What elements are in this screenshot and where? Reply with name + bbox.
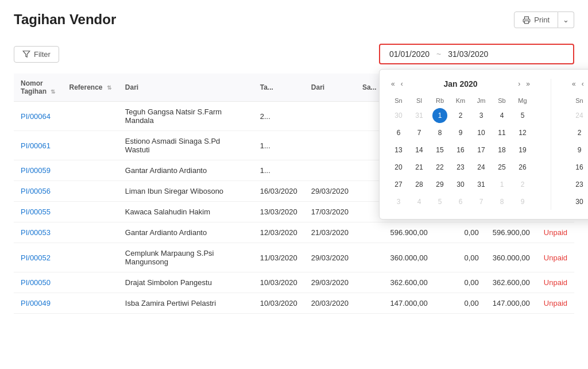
cal-day[interactable]: 30 [574, 194, 585, 210]
cal-day[interactable]: 19 [517, 143, 528, 158]
cal-right-prev-prev-button[interactable]: « [570, 79, 578, 89]
cal-day[interactable]: 2 [519, 177, 527, 193]
dari-cell: Gantar Ardianto Ardianto [118, 160, 253, 181]
cal-day[interactable]: 12 [517, 125, 528, 141]
jumlah-cell: 147.000,00 [384, 293, 435, 314]
cal-day[interactable]: 9 [576, 143, 583, 158]
cal-day[interactable]: 31 [413, 108, 424, 124]
jumlah-cell: 596.900,00 [384, 222, 435, 243]
dari-cell: Drajat Simbolon Pangestu [118, 272, 253, 293]
ta-cell: 10/03/2020 [253, 293, 304, 314]
cal-day[interactable]: 10 [475, 125, 486, 141]
cal-day[interactable]: 31 [475, 177, 486, 193]
calendar-right: « ‹ Mar 2020 › » Sn Sl Rb [570, 79, 588, 210]
col5-cell: 21/03/2020 [304, 222, 355, 243]
cal-day[interactable]: 28 [413, 177, 424, 193]
cal-day[interactable]: 27 [393, 177, 404, 193]
ta-cell: 11/03/2020 [253, 243, 304, 272]
cal-day[interactable]: 21 [413, 160, 424, 175]
date-range-input[interactable]: 01/01/2020 ~ 31/03/2020 [379, 44, 574, 64]
dari-cell: Isba Zamira Pertiwi Pelastri [118, 293, 253, 314]
cal-day-selected[interactable]: 1 [432, 108, 447, 123]
cal-day[interactable]: 4 [416, 194, 423, 210]
cal-day[interactable]: 5 [436, 194, 444, 210]
cal-day[interactable]: 11 [496, 125, 507, 141]
invoice-id[interactable]: PI/00050 [21, 278, 51, 287]
invoice-id[interactable]: PI/00064 [21, 112, 51, 121]
cal-day[interactable]: 15 [434, 143, 445, 158]
col6-cell [355, 272, 384, 293]
cal-right-prev-button[interactable]: ‹ [579, 79, 586, 89]
cal-day[interactable]: 18 [496, 143, 507, 158]
dibayar-cell: 0,00 [435, 243, 486, 272]
sort-icon[interactable]: ⇅ [51, 89, 55, 95]
cal-day[interactable]: 22 [434, 160, 445, 175]
col5-cell: 29/03/2020 [304, 181, 355, 202]
col5-cell: 17/03/2020 [304, 202, 355, 222]
filter-button[interactable]: Filter [14, 46, 59, 63]
table-row: PI/00052 Cemplunk Marpaung S.Psi Manguns… [14, 243, 574, 272]
cal-day[interactable]: 30 [393, 108, 404, 124]
cal-left-prev-prev-button[interactable]: « [389, 79, 397, 89]
cal-day[interactable]: 20 [393, 160, 404, 175]
cal-day[interactable]: 8 [436, 125, 444, 141]
cal-day[interactable]: 23 [455, 160, 466, 175]
cal-day[interactable]: 9 [519, 194, 527, 210]
sort-icon[interactable]: ⇅ [107, 84, 111, 91]
ta-cell: 13/03/2020 [253, 202, 304, 222]
status-cell: Unpaid [537, 222, 574, 243]
cal-day[interactable]: 7 [478, 194, 485, 210]
invoice-id[interactable]: PI/00052 [21, 253, 51, 262]
cal-day[interactable]: 13 [393, 143, 404, 158]
cal-day[interactable]: 29 [434, 177, 445, 193]
cal-left-next-button[interactable]: › [516, 79, 523, 89]
cal-day[interactable]: 8 [498, 194, 506, 210]
invoice-id[interactable]: PI/00061 [21, 141, 51, 150]
page-title: Tagihan Vendor [14, 11, 116, 28]
cal-right-grid: Sn Sl Rb Km Jm Sb Mg 24 25 26 27 28 29 [570, 95, 588, 210]
status-badge: Unpaid [544, 228, 567, 237]
invoice-id[interactable]: PI/00053 [21, 228, 51, 237]
cal-day-header: Km [451, 95, 470, 106]
cal-day[interactable]: 1 [498, 177, 506, 193]
cal-day[interactable]: 6 [395, 125, 403, 141]
print-button[interactable]: Print [514, 11, 558, 28]
cal-day[interactable]: 6 [457, 194, 465, 210]
cal-day[interactable]: 9 [457, 125, 465, 141]
cal-day[interactable]: 2 [457, 108, 465, 124]
cal-left-prev-button[interactable]: ‹ [399, 79, 405, 89]
cal-left-prev-nav: « ‹ [389, 79, 405, 89]
date-end: 31/03/2020 [448, 49, 488, 59]
col-dari: Dari [118, 74, 253, 102]
cal-day[interactable]: 3 [478, 108, 485, 124]
cal-day[interactable]: 3 [395, 194, 403, 210]
cal-day[interactable]: 25 [496, 160, 507, 175]
dari-cell: Gantar Ardianto Ardianto [118, 222, 253, 243]
ta-cell: 1... [253, 160, 304, 181]
print-dropdown-button[interactable]: ⌄ [558, 11, 574, 28]
invoice-id[interactable]: PI/00055 [21, 207, 51, 216]
cal-day[interactable]: 5 [519, 108, 527, 124]
cal-day[interactable]: 16 [455, 143, 466, 158]
cal-day[interactable]: 23 [574, 177, 585, 193]
invoice-id[interactable]: PI/00049 [21, 299, 51, 308]
cal-day[interactable]: 30 [455, 177, 466, 193]
cal-day[interactable]: 2 [576, 125, 583, 141]
cal-day[interactable]: 14 [413, 143, 424, 158]
print-label: Print [534, 16, 550, 24]
ta-cell: 16/03/2020 [253, 181, 304, 202]
cal-day-header: Jm [471, 95, 491, 106]
cal-day-header: Sn [570, 95, 588, 106]
cal-day[interactable]: 4 [498, 108, 506, 124]
status-cell: Unpaid [537, 293, 574, 314]
cal-left-next-next-button[interactable]: » [524, 79, 532, 89]
cal-day[interactable]: 26 [517, 160, 528, 175]
cal-day[interactable]: 17 [475, 143, 486, 158]
cal-day[interactable]: 24 [574, 108, 585, 124]
filter-icon [22, 50, 30, 58]
cal-day[interactable]: 16 [574, 160, 585, 175]
cal-day[interactable]: 7 [416, 125, 423, 141]
cal-day[interactable]: 24 [475, 160, 486, 175]
invoice-id[interactable]: PI/00056 [21, 187, 51, 195]
invoice-id[interactable]: PI/00059 [21, 166, 51, 175]
